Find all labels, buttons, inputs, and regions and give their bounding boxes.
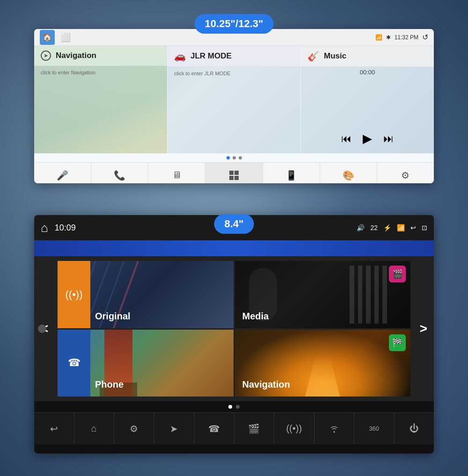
top-nav-mirror[interactable]: 📱 — [263, 163, 320, 183]
bottom-usb-icon: ⚡ — [383, 224, 391, 231]
carousel-right-arrow[interactable]: > — [414, 315, 433, 343]
bottom-dot-1 — [228, 405, 232, 409]
music-time-display: 00:00 — [301, 67, 434, 78]
top-nav-screen[interactable]: 🖥 — [148, 163, 205, 183]
dot-1 — [227, 156, 230, 159]
toolbar-back[interactable]: ↩ — [34, 413, 74, 444]
top-nav-apps[interactable] — [205, 163, 263, 183]
signal-tower-icon: ((•)) — [65, 288, 82, 301]
top-cards-area: ➤ Navigation click to enter Navigation 🚗… — [34, 46, 434, 153]
svg-rect-1 — [234, 171, 239, 175]
svg-rect-0 — [229, 171, 234, 175]
nav-arrow-icon: ➤ — [41, 50, 51, 61]
dot-2 — [233, 156, 236, 159]
phone-label: Phone — [95, 379, 124, 390]
bottom-size-badge: 8.4" — [214, 214, 254, 234]
media-corner-icon: 🎬 — [389, 266, 406, 282]
toolbar-360[interactable]: 360 — [354, 413, 395, 444]
top-card-navigation[interactable]: ➤ Navigation click to enter Navigation — [34, 46, 168, 153]
phone-icon-bg: ☎ — [58, 330, 90, 397]
toolbar-navigate[interactable]: ➤ — [154, 413, 195, 444]
top-size-badge: 10.25"/12.3" — [195, 14, 274, 34]
music-card-title: Music — [324, 51, 346, 61]
music-guitar-icon: 🎸 — [307, 50, 319, 62]
svg-rect-3 — [234, 176, 239, 180]
carousel-dots — [34, 153, 434, 162]
original-label: Original — [95, 311, 131, 322]
top-home-icon[interactable]: 🏠 — [40, 30, 55, 45]
jlr-card-subtitle: click to enter JLR MODE — [168, 67, 300, 80]
top-status-right: 📶 ✱ 11:32 PM ↺ — [375, 33, 428, 42]
nav-card-title: Navigation — [56, 51, 96, 60]
jlr-car-icon: 🚗 — [174, 50, 186, 62]
music-card-header: 🎸 Music — [301, 46, 434, 67]
top-time: 11:32 PM — [395, 34, 418, 41]
toolbar-power[interactable]: ⏻ — [395, 413, 434, 444]
next-track-button[interactable]: ⏭ — [383, 133, 394, 145]
original-icon-bg: ((•)) — [58, 261, 90, 328]
top-nav-phone[interactable]: 📞 — [91, 163, 148, 183]
guitar-strings-decoration — [350, 266, 387, 324]
bottom-time: 10:09 — [55, 223, 76, 233]
bottom-home-icon[interactable]: ⌂ — [41, 221, 48, 235]
nav-card-subtitle: click to enter Navigation — [34, 66, 167, 79]
nav-card-header: ➤ Navigation — [34, 46, 167, 66]
top-device: 🏠 ⬜ 📶 ✱ 11:32 PM ↺ ➤ Navigation click to… — [34, 29, 434, 183]
bottom-status-right: 🔊 22 ⚡ 📶 ↩ ⊡ — [357, 224, 427, 231]
bottom-signal-icon: 📶 — [397, 224, 405, 231]
navigation-corner-icon: 🏁 — [389, 334, 406, 351]
play-button[interactable]: ▶ — [363, 131, 372, 146]
grid-cell-media[interactable]: 🎬 Media — [235, 261, 411, 328]
bottom-back-button[interactable]: ↩ — [410, 224, 416, 231]
toolbar-phone[interactable]: ☎ — [194, 413, 234, 444]
dot-3 — [239, 156, 242, 159]
top-card-jlr[interactable]: 🚗 JLR MODE click to enter JLR MODE — [168, 46, 301, 153]
bottom-volume-level: 22 — [370, 224, 378, 231]
toolbar-settings[interactable]: ⚙ — [114, 413, 154, 444]
bottom-dot-2 — [236, 405, 240, 409]
grid-cell-phone[interactable]: ☎ Phone — [58, 330, 234, 397]
prev-track-button[interactable]: ⏮ — [341, 133, 351, 145]
phone-handset-icon: ☎ — [68, 357, 80, 369]
navigation-label: Navigation — [242, 379, 290, 390]
top-back-icon[interactable]: ↺ — [422, 33, 428, 42]
bottom-toolbar: ↩ ⌂ ⚙ ➤ ☎ 🎬 ((•)) 360 ⏻ — [34, 412, 434, 444]
top-nav-settings[interactable]: ⚙ — [377, 163, 434, 183]
bottom-main-area: < ((•)) Original — [34, 256, 434, 401]
toolbar-media[interactable]: 🎬 — [234, 413, 275, 444]
media-label: Media — [242, 311, 269, 322]
bottom-device: ⌂ 10:09 🔊 22 ⚡ 📶 ↩ ⊡ < — [34, 215, 434, 454]
bluetooth-icon: ✱ — [386, 34, 391, 41]
blue-accent-bar — [34, 240, 434, 256]
signal-bars-icon: 📶 — [375, 34, 382, 41]
top-nav-palette[interactable]: 🎨 — [320, 163, 377, 183]
top-tab-icon[interactable]: ⬜ — [60, 32, 71, 43]
volume-knob[interactable] — [38, 325, 46, 333]
svg-rect-2 — [229, 176, 234, 180]
toolbar-home[interactable]: ⌂ — [74, 413, 115, 444]
toolbar-signal[interactable]: ((•)) — [274, 413, 314, 444]
music-controls: ⏮ ▶ ⏭ — [301, 124, 434, 153]
grid-cell-original[interactable]: ((•)) Original — [58, 261, 234, 328]
bottom-carousel-dots — [34, 401, 434, 412]
grid-cell-navigation[interactable]: 🏁 Navigation — [235, 330, 411, 397]
app-grid: ((•)) Original 🎬 — [58, 261, 410, 397]
toolbar-wifi[interactable] — [314, 413, 355, 444]
bottom-window-button[interactable]: ⊡ — [422, 224, 427, 231]
jlr-card-title: JLR MODE — [190, 51, 232, 61]
top-card-music[interactable]: 🎸 Music 00:00 ⏮ ▶ ⏭ — [301, 46, 434, 153]
top-nav-bar: 🎤 📞 🖥 📱 🎨 ⚙ — [34, 162, 434, 183]
top-nav-mic[interactable]: 🎤 — [34, 163, 91, 183]
bottom-volume-icon: 🔊 — [357, 224, 365, 231]
jlr-card-header: 🚗 JLR MODE — [168, 46, 300, 67]
